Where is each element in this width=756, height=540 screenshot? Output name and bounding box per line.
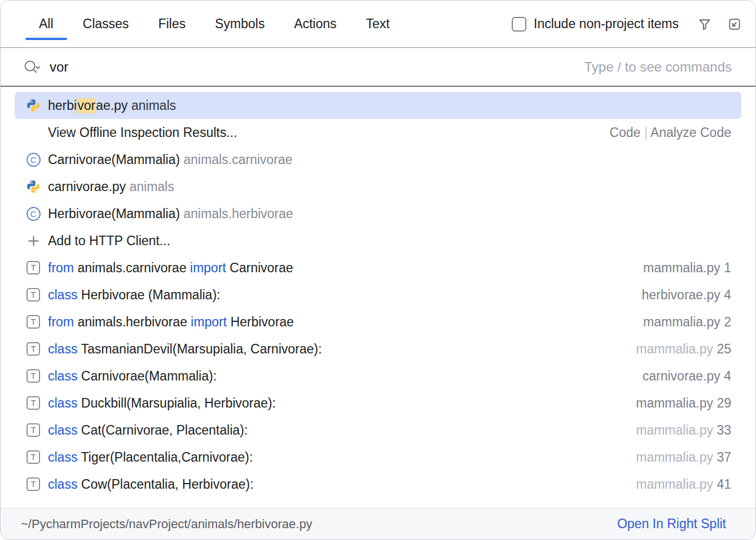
result-text: class TasmanianDevil(Marsupialia, Carniv… bbox=[48, 342, 322, 357]
result-row[interactable]: Tclass Duckbill(Marsupialia, Herbivorae)… bbox=[15, 389, 741, 417]
result-text: class Carnivorae(Mammalia): bbox=[48, 369, 217, 384]
tab-symbols[interactable]: Symbols bbox=[200, 1, 279, 47]
plus-icon bbox=[26, 233, 41, 248]
result-row[interactable]: CHerbivorae(Mammalia) animals.herbivorae bbox=[15, 200, 741, 227]
search-row: vor Type / to see commands bbox=[1, 48, 755, 87]
python-icon bbox=[26, 179, 41, 194]
filter-icon[interactable] bbox=[697, 16, 713, 32]
result-row[interactable]: CCarnivorae(Mammalia) animals.carnivorae bbox=[15, 146, 741, 173]
search-everywhere-dialog: AllClassesFilesSymbolsActionsText Includ… bbox=[0, 0, 756, 540]
result-text: herbivorae.py animals bbox=[48, 98, 176, 113]
open-in-right-split-button[interactable]: Open In Right Split bbox=[617, 516, 726, 532]
include-non-project-label: Include non-project items bbox=[534, 16, 679, 32]
result-location: mammalia.py 1 bbox=[632, 260, 731, 276]
text-icon: T bbox=[26, 342, 41, 356]
tab-text[interactable]: Text bbox=[351, 1, 405, 47]
result-location: mammalia.py 41 bbox=[625, 477, 731, 492]
text-icon: T bbox=[26, 369, 41, 383]
result-row[interactable]: Add to HTTP Client... bbox=[15, 227, 741, 254]
result-location: mammalia.py 33 bbox=[625, 423, 731, 438]
search-hint: Type / to see commands bbox=[584, 59, 732, 75]
result-row[interactable]: Tclass Cat(Carnivorae, Placentalia):mamm… bbox=[15, 417, 741, 444]
result-text: class Duckbill(Marsupialia, Herbivorae): bbox=[48, 396, 276, 411]
result-text: class Tiger(Placentalia,Carnivorae): bbox=[48, 450, 253, 465]
result-row[interactable]: Tfrom animals.herbivorae import Herbivor… bbox=[15, 308, 741, 335]
result-row[interactable]: Tclass Herbivorae (Mammalia):herbivorae.… bbox=[15, 281, 741, 308]
result-text: Carnivorae(Mammalia) animals.carnivorae bbox=[48, 152, 292, 167]
result-text: Herbivorae(Mammalia) animals.herbivorae bbox=[48, 206, 293, 222]
result-row[interactable]: Tclass Cow(Placentalia, Herbivorae):mamm… bbox=[15, 471, 741, 498]
search-icon[interactable] bbox=[23, 59, 41, 75]
python-icon bbox=[26, 98, 41, 113]
class-icon: C bbox=[26, 152, 41, 167]
result-row[interactable]: carnivorae.py animals bbox=[15, 173, 741, 200]
tab-bar: AllClassesFilesSymbolsActionsText Includ… bbox=[1, 1, 755, 48]
tab-classes[interactable]: Classes bbox=[68, 1, 144, 47]
text-icon: T bbox=[26, 396, 41, 410]
tab-all[interactable]: All bbox=[24, 1, 68, 47]
result-text: class Cat(Carnivorae, Placentalia): bbox=[48, 423, 248, 438]
result-location: mammalia.py 37 bbox=[625, 450, 731, 465]
include-non-project-checkbox[interactable] bbox=[512, 17, 526, 32]
result-row[interactable]: Tfrom animals.carnivorae import Carnivor… bbox=[15, 254, 741, 281]
file-path: ~/PycharmProjects/navProject/animals/her… bbox=[21, 517, 313, 532]
class-icon: C bbox=[26, 206, 41, 221]
result-text: class Cow(Placentalia, Herbivorae): bbox=[48, 477, 253, 492]
result-location: mammalia.py 2 bbox=[632, 315, 731, 330]
result-row[interactable]: Tclass TasmanianDevil(Marsupialia, Carni… bbox=[15, 335, 741, 362]
open-in-editor-icon[interactable] bbox=[727, 17, 742, 32]
include-non-project-option[interactable]: Include non-project items bbox=[512, 16, 679, 32]
result-location: carnivorae.py 4 bbox=[631, 369, 731, 384]
no-icon bbox=[26, 125, 41, 140]
result-location: herbivorae.py 4 bbox=[630, 287, 731, 303]
result-text: class Herbivorae (Mammalia): bbox=[48, 287, 220, 303]
text-icon: T bbox=[26, 260, 41, 275]
text-icon: T bbox=[26, 477, 41, 492]
result-location: Code | Analyze Code bbox=[598, 125, 731, 140]
text-icon: T bbox=[26, 450, 41, 464]
result-text: View Offline Inspection Results... bbox=[48, 125, 237, 140]
result-text: from animals.carnivorae import Carnivora… bbox=[48, 260, 293, 276]
result-row[interactable]: Tclass Tiger(Placentalia,Carnivorae):mam… bbox=[15, 444, 741, 471]
result-row[interactable]: Tclass Carnivorae(Mammalia):carnivorae.p… bbox=[15, 362, 741, 389]
result-row[interactable]: View Offline Inspection Results...Code |… bbox=[15, 119, 741, 146]
tab-actions[interactable]: Actions bbox=[279, 1, 351, 47]
result-location: mammalia.py 29 bbox=[625, 396, 731, 411]
text-icon: T bbox=[26, 287, 41, 302]
result-text: Add to HTTP Client... bbox=[48, 233, 170, 249]
text-icon: T bbox=[26, 315, 41, 329]
result-location: mammalia.py 25 bbox=[625, 342, 731, 357]
footer-bar: ~/PycharmProjects/navProject/animals/her… bbox=[1, 508, 755, 539]
tab-files[interactable]: Files bbox=[143, 1, 200, 47]
result-text: from animals.herbivorae import Herbivora… bbox=[48, 315, 294, 330]
text-icon: T bbox=[26, 423, 41, 437]
result-row[interactable]: herbivorae.py animals bbox=[15, 92, 741, 119]
search-input[interactable]: vor bbox=[50, 59, 68, 75]
results-list: herbivorae.py animalsView Offline Inspec… bbox=[1, 87, 755, 508]
result-text: carnivorae.py animals bbox=[48, 179, 174, 194]
tab-list: AllClassesFilesSymbolsActionsText bbox=[24, 1, 405, 47]
